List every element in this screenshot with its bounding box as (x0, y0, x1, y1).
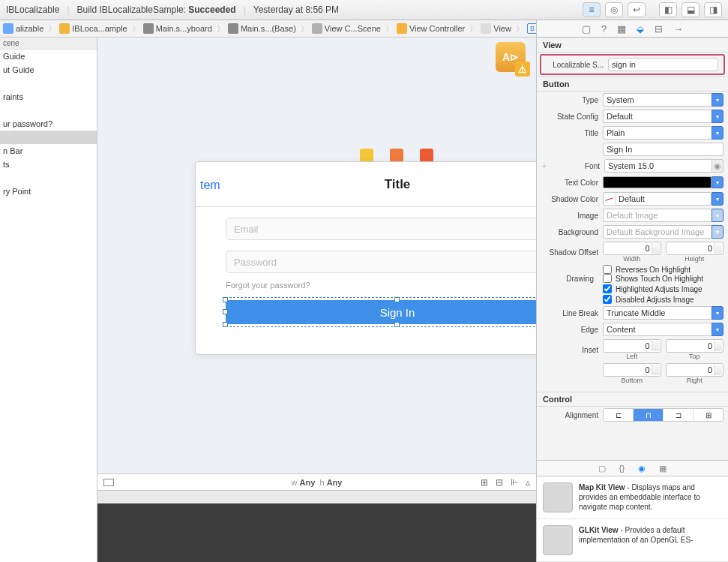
localizable-highlight: Localizable S... sign in (540, 54, 725, 75)
stack-icon[interactable]: ⊞ (481, 477, 488, 488)
library-item-icon (543, 525, 573, 555)
scene-exit-icon[interactable] (420, 149, 433, 162)
outline-row[interactable]: n Bar (0, 144, 97, 158)
email-field[interactable]: Email (226, 218, 536, 240)
breadcrumb-item[interactable]: View Controller (394, 23, 469, 34)
outline-row[interactable] (0, 171, 97, 185)
type-select[interactable]: System▾ (603, 93, 724, 107)
pin-icon[interactable]: ⊩ (511, 477, 518, 488)
editor-standard-icon[interactable]: ≡ (583, 2, 601, 17)
forgot-password-label[interactable]: Forgot your password? (226, 281, 536, 290)
breadcrumb-item[interactable]: View C...Scene (309, 23, 385, 34)
outline-row[interactable]: ts (0, 158, 97, 171)
outline-toggle-icon[interactable] (103, 479, 114, 486)
edge-select[interactable]: Content▾ (603, 323, 724, 336)
breadcrumb-item[interactable]: BSign In (524, 23, 536, 34)
document-warning-icon[interactable]: A⊳ (496, 42, 526, 72)
stateconfig-select[interactable]: Default▾ (603, 110, 724, 123)
lib-media-icon[interactable]: ▦ (659, 464, 667, 473)
outline-row[interactable]: ut Guide (0, 63, 97, 77)
inspector-panel: View Localizable S... sign in Button Typ… (536, 38, 728, 562)
breadcrumb-item[interactable]: IBLoca...ample (56, 23, 131, 34)
jump-bar[interactable]: alizable〉IBLoca...ample〉Main.s...yboard〉… (0, 20, 536, 38)
status-toolbar: IBLocalizable | Build IBLocalizableSampl… (0, 0, 728, 20)
build-status: Build IBLocalizableSample: Succeeded (77, 5, 236, 15)
library-item-icon (543, 482, 573, 512)
editor-assistant-icon[interactable]: ◎ (605, 2, 623, 17)
highlighted-adjusts-check[interactable] (603, 284, 612, 293)
disabled-adjusts-check[interactable] (603, 295, 612, 304)
library-item[interactable]: GLKit View - Provides a default implemen… (537, 519, 728, 562)
breadcrumb-item[interactable]: View (478, 23, 516, 34)
font-picker-icon[interactable]: ◉ (712, 159, 724, 173)
lib-code-icon[interactable]: {} (619, 464, 625, 473)
textcolor-swatch[interactable] (603, 176, 712, 188)
project-name: IBLocalizable (6, 5, 59, 15)
shadow-width-stepper[interactable]: 0 (603, 242, 661, 255)
view-section-header: View (537, 38, 728, 53)
shadowcolor-select[interactable]: Default (603, 192, 712, 206)
inset-bottom-stepper[interactable]: 0 (603, 363, 661, 377)
password-field[interactable]: Password (226, 251, 536, 273)
insp-identity-icon[interactable]: ▦ (617, 23, 626, 35)
align-icon[interactable]: ⊟ (496, 477, 503, 488)
insp-size-icon[interactable]: ⊟ (655, 23, 663, 35)
background-select[interactable]: Default Background Image▾ (603, 225, 724, 239)
signin-button[interactable]: Sign In (226, 300, 536, 324)
outline-row[interactable] (0, 104, 97, 117)
object-library[interactable]: Map Kit View - Displays maps and provide… (537, 476, 728, 562)
control-section-header: Control (537, 392, 728, 407)
shows-touch-check[interactable] (603, 274, 612, 283)
insp-connections-icon[interactable]: → (673, 23, 683, 35)
breadcrumb-item[interactable]: Main.s...yboard (140, 23, 217, 34)
outline-row[interactable] (0, 77, 97, 90)
document-outline[interactable]: cene Guideut Guide raints ur password? n… (0, 38, 97, 562)
pane-left-icon[interactable]: ◧ (659, 2, 677, 17)
localizable-input[interactable]: sign in (608, 58, 718, 71)
lib-file-icon[interactable]: ▢ (598, 464, 606, 473)
scene-stop-icon[interactable] (360, 149, 373, 162)
nav-title[interactable]: Title (196, 177, 536, 192)
inset-top-stepper[interactable]: 0 (666, 339, 724, 353)
library-item[interactable]: Map Kit View - Displays maps and provide… (537, 476, 728, 519)
outline-row[interactable]: ur password? (0, 117, 97, 131)
localizable-label: Localizable S... (547, 61, 604, 69)
outline-header: cene (0, 38, 97, 50)
outline-row[interactable]: Guide (0, 50, 97, 63)
inset-left-stepper[interactable]: 0 (603, 339, 661, 353)
view-controller-canvas[interactable]: tem Title Email Password Forgot your pas… (195, 161, 536, 355)
lib-object-icon[interactable]: ◉ (638, 464, 646, 473)
insp-help-icon[interactable]: ? (601, 23, 607, 35)
resolve-icon[interactable]: ▵ (526, 477, 530, 488)
titlekind-select[interactable]: Plain▾ (603, 126, 724, 140)
outline-row[interactable]: raints (0, 90, 97, 104)
title-input[interactable]: Sign In (603, 143, 724, 156)
build-time: Yesterday at 8:56 PM (253, 5, 339, 15)
linebreak-select[interactable]: Truncate Middle▾ (603, 306, 724, 320)
button-section-header: Button (537, 77, 728, 92)
breadcrumb-item[interactable]: alizable (0, 23, 48, 34)
outline-row[interactable] (0, 131, 97, 144)
debug-area[interactable] (97, 503, 536, 562)
image-select[interactable]: Default Image▾ (603, 209, 724, 222)
outline-row[interactable]: ry Point (0, 185, 97, 198)
canvas-area[interactable]: A⊳ tem Title Email Password Forgot your … (97, 38, 536, 562)
scene-3d-icon[interactable] (390, 149, 403, 162)
reverses-check[interactable] (603, 265, 612, 274)
pane-right-icon[interactable]: ◨ (704, 2, 722, 17)
insp-file-icon[interactable]: ▢ (582, 23, 591, 35)
shadow-height-stepper[interactable]: 0 (666, 242, 724, 255)
pane-bottom-icon[interactable]: ⬓ (682, 2, 700, 17)
library-tabs[interactable]: ▢ {} ◉ ▦ (537, 460, 728, 476)
size-class-bar[interactable]: w Any h Any ⊞ ⊟ ⊩ ▵ (97, 473, 536, 490)
inset-right-stepper[interactable]: 0 (666, 363, 724, 377)
editor-version-icon[interactable]: ↩ (628, 2, 646, 17)
alignment-segmented[interactable]: ⊏⊓⊐⊞ (603, 408, 724, 422)
breadcrumb-item[interactable]: Main.s...(Base) (225, 23, 301, 34)
signin-button-selection[interactable]: Sign In (226, 300, 536, 324)
insp-attributes-icon[interactable]: ⬙ (637, 23, 644, 35)
font-input[interactable]: System 15.0 (604, 159, 712, 173)
